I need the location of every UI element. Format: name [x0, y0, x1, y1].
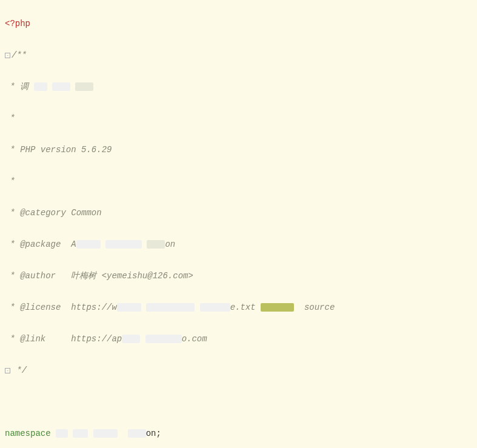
doc-tag: * @link: [5, 334, 66, 344]
redacted-block: [52, 82, 70, 91]
doc-value: on: [165, 239, 175, 249]
redacted-block: [146, 303, 195, 312]
redacted-block: [93, 429, 118, 438]
doc-value: 叶梅树 <yemeishu@126.com>: [66, 271, 193, 281]
redacted-block: [56, 429, 68, 438]
redacted-block: [75, 82, 93, 91]
comment-text: *: [5, 176, 15, 186]
code-editor[interactable]: <?php -/** * 调 * * PHP version 5.6.29 * …: [0, 0, 477, 448]
doc-tag: * @package: [5, 239, 66, 249]
semicolon: ;: [156, 429, 161, 438]
redacted-block: [34, 82, 47, 91]
doc-tag: * @license: [5, 303, 66, 312]
redacted-block: [122, 335, 140, 343]
doc-value: https://ap: [66, 334, 122, 344]
comment-end: */: [12, 366, 27, 375]
fold-icon[interactable]: -: [5, 53, 10, 58]
redacted-highlight: [261, 303, 294, 312]
code-line: -/**: [5, 47, 477, 63]
comment-text: * 调: [5, 82, 28, 92]
code-line: * @author 叶梅树 <yemeishu@126.com>: [5, 268, 477, 284]
code-line: * @license https://w e.txt source: [5, 299, 477, 315]
redacted-block: [105, 240, 142, 249]
comment-text: * PHP version 5.6.29: [5, 145, 112, 155]
code-line: * PHP version 5.6.29: [5, 142, 477, 158]
redacted-block: [147, 240, 165, 249]
namespace-suffix: on: [146, 429, 156, 438]
redacted-block: [76, 240, 101, 249]
redacted-block: [200, 303, 230, 312]
doc-value: Common: [66, 208, 102, 218]
fold-icon[interactable]: -: [5, 368, 10, 373]
code-line: <?php: [5, 16, 477, 32]
redacted-block: [145, 335, 182, 343]
php-open-tag: <?php: [5, 19, 30, 28]
comment-text: *: [5, 113, 15, 123]
code-line: * @package A on: [5, 236, 477, 252]
comment-start: /**: [12, 50, 27, 60]
code-line: * @category Common: [5, 205, 477, 221]
code-line: namespace on;: [5, 426, 477, 441]
redacted-block: [73, 429, 88, 438]
code-line: * 调: [5, 79, 477, 95]
doc-value: A: [66, 239, 76, 249]
redacted-block: [128, 429, 146, 438]
doc-value: source: [299, 303, 335, 312]
doc-tag: * @author: [5, 271, 66, 281]
doc-value: https://w: [66, 303, 117, 312]
doc-value: e.txt: [230, 303, 256, 312]
code-line: *: [5, 173, 477, 189]
doc-value: o.com: [182, 334, 207, 344]
redacted-block: [117, 303, 141, 312]
keyword-namespace: namespace: [5, 429, 51, 438]
code-line: * @link https://ap o.com: [5, 331, 477, 347]
code-line: *: [5, 110, 477, 126]
code-line: [5, 394, 477, 410]
code-line: - */: [5, 363, 477, 378]
doc-tag: * @category: [5, 208, 66, 218]
